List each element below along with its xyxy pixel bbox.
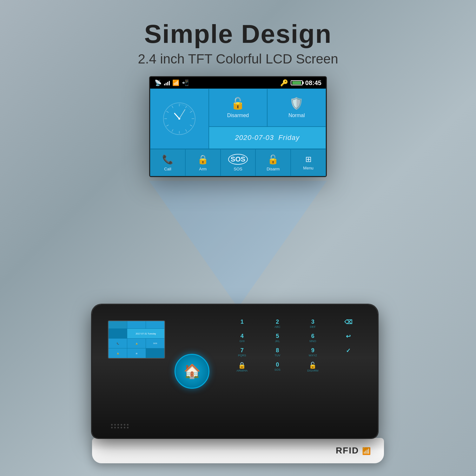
date-display: 2020-07-03 Friday — [235, 134, 300, 142]
svg-line-5 — [190, 125, 192, 126]
svg-line-21 — [175, 113, 179, 119]
speaker-dot-3 — [117, 424, 119, 426]
disarm-button[interactable]: 🔓 Disarm — [255, 149, 291, 176]
keypad: 1 2ABC 3DEF ⌫ 4GHI 5JKL 6MNO ↩ 7PQRS 8TU… — [225, 317, 365, 374]
lcd-screen: 📡 📶 📲 🔑 08:45 — [149, 76, 327, 177]
key-confirm[interactable]: ✓ — [332, 346, 365, 358]
key-4[interactable]: 4GHI — [225, 332, 259, 344]
header-section: Simple Design 2.4 inch TFT Colorful LCD … — [138, 19, 338, 67]
device-mini-lcd: 2017-07-31 Tuesday 📞 🔒 SOS 🔓 ⊞ — [108, 321, 165, 359]
call-icon: 📞 — [162, 154, 173, 165]
device-lcd-cell-7: SOS — [146, 339, 164, 348]
svg-line-2 — [186, 106, 187, 108]
svg-line-12 — [172, 106, 173, 108]
lcd-main-grid: 🔓 Disarmed 🛡️ Normal 2020-07-03 Friday — [150, 89, 326, 149]
device-lcd-cell-6: 🔒 — [127, 339, 146, 348]
svg-line-16 — [185, 105, 186, 106]
time-display: 08:45 — [305, 79, 321, 87]
key-icon: 🔑 — [280, 79, 288, 87]
sos-icon: SOS — [228, 154, 248, 165]
speaker-dot-7 — [111, 427, 113, 428]
sos-button[interactable]: SOS SOS — [221, 149, 256, 176]
date-cell: 2020-07-03 Friday — [209, 127, 326, 149]
key-9[interactable]: 9WXYZ — [296, 346, 330, 358]
lcd-container: 📡 📶 📲 🔑 08:45 — [149, 76, 327, 177]
key-7[interactable]: 7PQRS — [225, 346, 259, 358]
key-3[interactable]: 3DEF — [296, 317, 330, 330]
signal-icon — [164, 80, 170, 85]
home-button[interactable]: 🏠 — [175, 354, 209, 389]
clock-cell — [150, 89, 209, 149]
speaker-dot-1 — [111, 424, 113, 426]
speaker-dot-2 — [114, 424, 116, 426]
status-bar: 📡 📶 📲 🔑 08:45 — [150, 77, 326, 89]
device-container: 2017-07-31 Tuesday 📞 🔒 SOS 🔓 ⊞ 🏠 1 2ABC … — [92, 305, 384, 463]
device-lcd-cell-5: 📞 — [109, 339, 127, 348]
projection-beam — [149, 181, 327, 308]
menu-button[interactable]: ⊞ Menu — [291, 149, 326, 176]
menu-icon: ⊞ — [305, 155, 312, 164]
svg-line-15 — [184, 104, 184, 106]
rfid-signal-icon: 📶 — [362, 447, 371, 455]
svg-line-11 — [167, 111, 169, 113]
svg-line-20 — [190, 110, 191, 110]
call-forward-icon: 📲 — [182, 79, 189, 86]
speaker-dot-9 — [117, 427, 119, 428]
main-title: Simple Design — [138, 19, 338, 49]
key-5[interactable]: 5JKL — [261, 332, 294, 344]
disarm-icon: 🔓 — [268, 154, 279, 165]
key-6[interactable]: 6MNO — [296, 332, 330, 344]
disarmed-icon: 🔓 — [231, 97, 245, 110]
device-lcd-cell-9: ⊞ — [127, 348, 146, 358]
speaker-dot-6 — [127, 424, 129, 426]
call-label: Call — [164, 167, 171, 171]
disarmed-label: Disarmed — [227, 113, 249, 118]
svg-line-8 — [172, 129, 173, 132]
speaker-dot-8 — [114, 427, 116, 428]
arm-label: Arm — [199, 167, 207, 171]
svg-line-9 — [167, 125, 169, 126]
arm-button[interactable]: 🔒 Arm — [185, 149, 221, 176]
key-empty — [332, 360, 365, 374]
device-lcd-cell-4: 2017-07-31 Tuesday — [127, 329, 164, 338]
key-1[interactable]: 1 — [225, 317, 259, 330]
svg-line-6 — [186, 129, 187, 132]
key-disarm-device[interactable]: 🔓DISARM — [296, 360, 330, 374]
key-arm-device[interactable]: 🔒ARM/HA — [225, 360, 259, 374]
svg-line-22 — [179, 109, 185, 119]
key-backspace[interactable]: ⌫ — [332, 317, 365, 330]
disarmed-cell[interactable]: 🔓 Disarmed — [209, 89, 268, 127]
wifi-icon: 📶 — [172, 79, 179, 86]
status-bar-left: 📡 📶 📲 — [155, 79, 189, 86]
call-button[interactable]: 📞 Call — [150, 149, 185, 176]
svg-line-3 — [190, 111, 192, 113]
key-0[interactable]: 0SOS — [261, 360, 294, 374]
menu-label: Menu — [303, 166, 314, 170]
svg-line-14 — [182, 104, 182, 105]
sos-label: SOS — [234, 167, 242, 171]
svg-line-19 — [189, 109, 190, 110]
speaker-dot-4 — [121, 424, 122, 426]
speaker — [111, 424, 129, 428]
shield-icon: 🛡️ — [289, 97, 304, 110]
device-lcd-cell-3 — [146, 321, 164, 328]
normal-label: Normal — [288, 113, 305, 118]
speaker-dot-11 — [124, 427, 125, 428]
status-bar-right: 🔑 08:45 — [280, 79, 321, 87]
home-icon: 🏠 — [183, 363, 201, 380]
rfid-label: RFID 📶 — [336, 446, 371, 456]
speaker-dot-10 — [121, 427, 122, 428]
key-8[interactable]: 8TUV — [261, 346, 294, 358]
device-lcd-cell-8: 🔓 — [109, 348, 127, 358]
normal-cell[interactable]: 🛡️ Normal — [267, 89, 326, 127]
svg-line-17 — [188, 107, 188, 108]
sub-title: 2.4 inch TFT Colorful LCD Screen — [138, 51, 338, 67]
key-back[interactable]: ↩ — [332, 332, 365, 344]
key-2[interactable]: 2ABC — [261, 317, 294, 330]
speaker-dot-12 — [127, 427, 129, 428]
speaker-dot-5 — [124, 424, 125, 426]
disarm-label: Disarm — [267, 167, 280, 171]
svg-line-18 — [188, 108, 189, 109]
arm-icon: 🔒 — [197, 154, 208, 165]
battery-icon — [291, 80, 303, 85]
